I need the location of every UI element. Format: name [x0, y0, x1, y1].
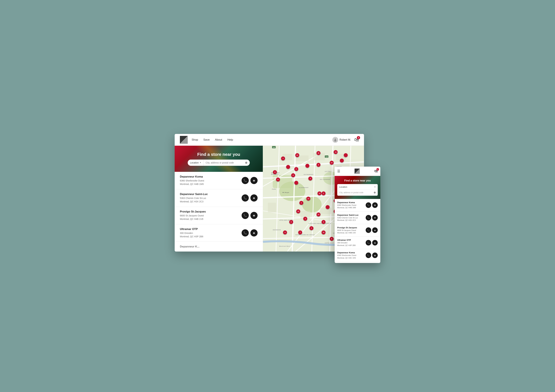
store-address: 6360 Sherbrooke Ouest Montreal, QC H4B 1…	[180, 179, 241, 186]
store-info: Depanneur Saint-Luc 5363 Chemin Cote St-…	[180, 192, 241, 203]
svg-text:CÔTE-DES-NEIGES: CÔTE-DES-NEIGES	[279, 220, 294, 221]
store-info: Ultramar OTP 300 Dresden Montreal, QC H3…	[180, 228, 241, 238]
mobile-call-button[interactable]: 📞	[366, 240, 371, 245]
mobile-directions-button[interactable]: ◈	[372, 252, 378, 258]
call-button[interactable]: 📞	[241, 177, 249, 184]
hero-banner: Find a store near you Location ▼ ⊕	[175, 146, 263, 172]
svg-rect-29	[320, 207, 331, 214]
mobile-store-actions: 📞 ◈	[366, 240, 378, 245]
store-item: Depanneur Koma 6360 Sherbrooke Ouest Mon…	[175, 172, 263, 189]
mobile-directions-button[interactable]: ◈	[372, 215, 378, 221]
mobile-search-placeholder: City, address or postal code	[339, 192, 363, 194]
store-actions: 📞 ◈	[241, 212, 258, 219]
mobile-directions-button[interactable]: ◈	[372, 227, 378, 233]
store-info: Provigo St-Jacques 6600 St-Jacques Ouest…	[180, 210, 241, 221]
store-actions: 📞 ◈	[241, 177, 258, 184]
mobile-search-row: City, address or postal code ⊕	[339, 191, 376, 194]
scene: Shop Save About Help Robert M. 🛍 3	[175, 134, 380, 258]
store-item: Depanneur Saint-Luc 5363 Chemin Cote St-…	[175, 189, 263, 207]
mobile-store-info: Depanneur Saint-Luc 5363 Chemin Cote St-…	[337, 214, 366, 222]
store-name: Provigo St-Jacques	[180, 210, 241, 213]
nav-help[interactable]: Help	[227, 138, 233, 141]
svg-text:GARMENT: GARMENT	[271, 172, 280, 174]
svg-text:DE LORIMIER: DE LORIMIER	[320, 179, 330, 180]
nav-about[interactable]: About	[215, 138, 222, 141]
svg-point-0	[335, 139, 336, 140]
mobile-store-item: Depanneur Koma 6360 Sherbrooke Ouest Mon…	[335, 249, 380, 262]
store-address: 300 Dresden Montreal, QC H3P 2B8	[180, 231, 241, 238]
svg-text:OUTREMONT: OUTREMONT	[304, 174, 314, 175]
directions-button[interactable]: ◈	[250, 212, 258, 219]
svg-text:GLENMOUNT: GLENMOUNT	[299, 187, 308, 188]
locate-me-button[interactable]: ⊕	[243, 160, 250, 166]
search-input[interactable]	[204, 160, 243, 166]
mobile-store-actions: 📞 ◈	[366, 227, 378, 233]
mobile-call-button[interactable]: 📞	[366, 202, 371, 208]
mobile-call-button[interactable]: 📞	[366, 252, 371, 258]
search-bar[interactable]: Location ▼ ⊕	[188, 160, 250, 166]
directions-button[interactable]: ◈	[250, 177, 258, 184]
mobile-store-item: Provigo St-Jacques 6600 St-Jacques Ouest…	[335, 224, 380, 237]
call-button[interactable]: 📞	[241, 212, 249, 219]
mobile-cart-icon-wrap[interactable]: 🛍3	[374, 169, 378, 173]
store-actions: 📞 ◈	[241, 229, 258, 237]
svg-point-4	[302, 196, 321, 213]
mobile-cart-badge: 3	[376, 168, 379, 171]
directions-button[interactable]: ◈	[250, 229, 258, 237]
mobile-store-name: Provigo St-Jacques	[337, 226, 366, 229]
store-address: 6600 St-Jacques Ouest Montreal, QC H4B 1…	[180, 214, 241, 221]
mobile-store-list: Depanneur Koma 6360 Sherbrooke Ouest Mon…	[335, 199, 380, 263]
svg-text:335: 335	[273, 147, 275, 148]
store-name: Depanneur K...	[180, 245, 258, 248]
nav-shop[interactable]: Shop	[192, 138, 198, 141]
mobile-call-button[interactable]: 📞	[366, 215, 371, 221]
mobile-store-name: Depanneur Koma	[337, 201, 366, 204]
directions-button[interactable]: ◈	[250, 194, 258, 201]
mobile-directions-button[interactable]: ◈	[372, 202, 378, 208]
svg-text:Mt Royal: Mt Royal	[283, 192, 289, 193]
call-button[interactable]: 📞	[241, 194, 249, 201]
store-item: Provigo St-Jacques 6600 St-Jacques Ouest…	[175, 207, 263, 224]
mobile-locate-button[interactable]: ⊕	[374, 191, 376, 194]
call-button[interactable]: 📞	[241, 229, 249, 237]
user-name: Robert M.	[340, 138, 351, 141]
location-dropdown[interactable]: Location ▼	[188, 160, 204, 166]
cart-icon-wrap[interactable]: 🛍 3	[354, 137, 359, 142]
user-info[interactable]: Robert M.	[332, 137, 351, 143]
svg-rect-28	[300, 211, 310, 219]
hamburger-menu-icon[interactable]: ☰	[337, 169, 340, 173]
mobile-directions-button[interactable]: ◈	[372, 240, 378, 245]
nav-save[interactable]: Save	[203, 138, 210, 141]
mobile-store-item: Ultramar OTP 300 Dresden Montreal, QC H3…	[335, 237, 380, 249]
mobile-brand-logo[interactable]	[355, 169, 360, 174]
store-item: Depanneur K...	[175, 242, 263, 251]
mobile-store-address: 6360 Sherbrooke Ouest Montreal, QC H3C 1…	[337, 254, 366, 259]
user-avatar	[332, 137, 338, 143]
svg-text:NOTRE-DAME-DE-GRÂCE: NOTRE-DAME-DE-GRÂCE	[295, 234, 315, 236]
svg-rect-27	[268, 203, 276, 213]
svg-rect-24	[295, 155, 308, 161]
mobile-hero-title: Find a store near you	[337, 179, 378, 182]
store-info: Depanneur K...	[180, 245, 258, 249]
svg-rect-26	[336, 154, 346, 160]
mobile-location-row[interactable]: Location ▼	[339, 186, 376, 190]
mobile-store-address: 5363 Chemin Cote St-Luc Montreal, QC H3X…	[337, 217, 366, 222]
mobile-store-actions: 📞 ◈	[366, 202, 378, 208]
mobile-store-address: 6360 Sherbrooke Ouest Montreal, QC H4B 1…	[337, 204, 366, 209]
mobile-search-container: Location ▼ City, address or postal code …	[337, 184, 378, 196]
brand-logo[interactable]	[180, 136, 188, 144]
hero-title: Find a store near you	[197, 152, 240, 157]
cart-badge: 3	[357, 136, 360, 139]
store-actions: 📞 ◈	[241, 194, 258, 201]
svg-text:SNOWDON: SNOWDON	[273, 229, 281, 231]
location-label: Location	[190, 161, 199, 164]
left-panel: Find a store near you Location ▼ ⊕	[175, 146, 263, 251]
mobile-location-label: Location	[339, 186, 347, 188]
mobile-hero: Find a store near you Location ▼ City, a…	[335, 176, 380, 199]
svg-text:LE ITALY: LE ITALY	[325, 171, 332, 172]
store-name: Depanneur Koma	[180, 175, 241, 178]
mobile-store-actions: 📞 ◈	[366, 215, 378, 221]
mobile-store-info: Ultramar OTP 300 Dresden Montreal, QC H3…	[337, 239, 366, 247]
mobile-call-button[interactable]: 📞	[366, 227, 371, 233]
mobile-store-name: Depanneur Koma	[337, 251, 366, 254]
